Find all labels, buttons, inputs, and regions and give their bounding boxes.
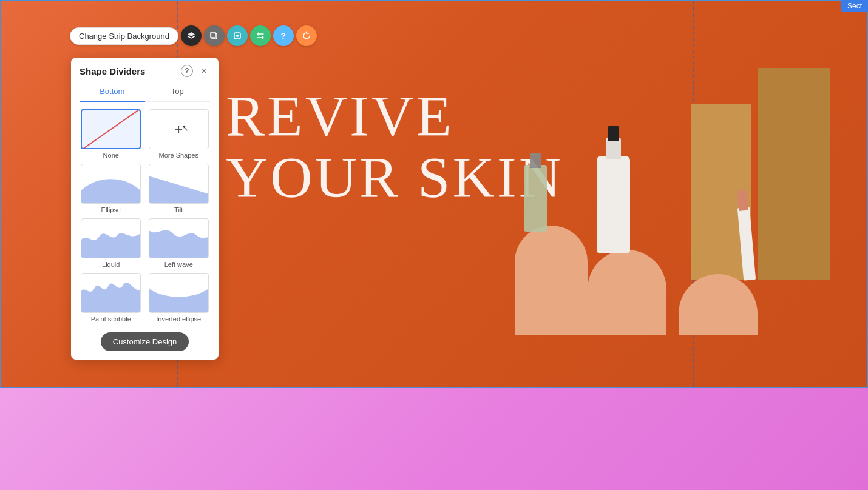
ellipse-svg — [81, 164, 140, 203]
shape-item-invertedellipse[interactable]: Inverted ellipse — [147, 273, 211, 323]
swap-icon-button[interactable] — [250, 25, 271, 46]
layers-icon-button[interactable] — [181, 25, 202, 46]
rotate-icon-button[interactable] — [296, 25, 317, 46]
swap-icon — [256, 31, 265, 41]
liquid-svg — [81, 219, 140, 258]
panel-help-button[interactable]: ? — [181, 65, 193, 77]
top-toolbar: Change Strip Background — [70, 25, 317, 46]
tab-bottom[interactable]: Bottom — [80, 82, 145, 102]
shape-preview-ellipse[interactable] — [81, 164, 141, 204]
shapes-grid: None + ↖ More Shapes Elli — [71, 102, 219, 327]
customize-design-button[interactable]: Customize Design — [101, 332, 189, 351]
crop-icon-button[interactable] — [227, 25, 248, 46]
shape-item-more[interactable]: + ↖ More Shapes — [147, 109, 211, 159]
shape-item-tilt[interactable]: Tilt — [147, 164, 211, 213]
svg-point-5 — [81, 179, 140, 203]
copy-icon — [209, 31, 219, 41]
copy-icon-button[interactable] — [204, 25, 225, 46]
shape-label-leftwave: Left wave — [164, 261, 193, 268]
shape-preview-paintscribble[interactable] — [81, 273, 141, 313]
panel-header: Shape Dividers ? × — [71, 58, 219, 82]
none-shape-visual — [82, 110, 140, 148]
panel-close-button[interactable]: × — [198, 65, 210, 77]
shape-item-paintscribble[interactable]: Paint scribble — [80, 273, 143, 323]
sect-label: Sect — [841, 0, 868, 12]
pedestal-right — [679, 274, 758, 335]
shape-preview-none[interactable] — [81, 109, 141, 149]
rotate-icon — [302, 31, 311, 41]
hero-products — [466, 32, 830, 371]
shape-preview-tilt[interactable] — [149, 164, 209, 204]
svg-marker-0 — [188, 32, 195, 36]
svg-rect-2 — [211, 32, 215, 38]
shape-label-ellipse: Ellipse — [101, 206, 121, 213]
panel-header-actions: ? × — [181, 65, 210, 77]
leftwave-svg — [149, 219, 208, 258]
question-mark: ? — [281, 31, 287, 41]
shape-label-tilt: Tilt — [174, 206, 183, 213]
shape-label-paintscribble: Paint scribble — [91, 315, 131, 323]
shape-preview-more[interactable]: + ↖ — [149, 109, 209, 149]
shape-dividers-panel: Shape Dividers ? × Bottom Top None — [71, 58, 219, 360]
bottle-lotion — [597, 156, 630, 253]
shape-label-none: None — [103, 152, 119, 159]
bottle-serum — [524, 165, 547, 232]
svg-point-4 — [236, 35, 239, 37]
change-strip-background-button[interactable]: Change Strip Background — [70, 27, 178, 45]
shape-label-more: More Shapes — [159, 152, 198, 159]
crop-icon — [232, 31, 242, 41]
shape-item-leftwave[interactable]: Left wave — [147, 218, 211, 268]
pedestal-middle — [588, 250, 666, 335]
paintscribble-svg — [81, 274, 140, 312]
help-icon-button[interactable]: ? — [273, 25, 294, 46]
shape-preview-liquid[interactable] — [81, 218, 141, 258]
svg-marker-6 — [149, 176, 208, 203]
shape-item-none[interactable]: None — [80, 109, 143, 159]
panel-title: Shape Dividers — [80, 66, 145, 76]
pedestal-left — [515, 226, 588, 335]
pink-section — [0, 388, 868, 490]
plus-icon: + — [174, 121, 183, 138]
invertedellipse-svg — [149, 274, 208, 312]
more-shapes-visual: + — [149, 110, 208, 149]
tab-top[interactable]: Top — [145, 82, 211, 102]
shape-item-liquid[interactable]: Liquid — [80, 218, 143, 268]
shape-item-ellipse[interactable]: Ellipse — [80, 164, 143, 213]
layers-icon — [186, 31, 196, 41]
panel-tabs: Bottom Top — [80, 82, 210, 102]
shape-label-liquid: Liquid — [102, 261, 120, 268]
box-tall — [758, 68, 830, 280]
shape-preview-invertedellipse[interactable] — [149, 273, 209, 313]
tilt-svg — [149, 164, 208, 203]
shape-label-invertedellipse: Inverted ellipse — [156, 315, 201, 323]
customize-btn-wrap: Customize Design — [71, 327, 219, 360]
shape-preview-leftwave[interactable] — [149, 218, 209, 258]
canvas-area: REVIVE YOUR SKIN Strip Sect Change Strip… — [0, 0, 868, 490]
